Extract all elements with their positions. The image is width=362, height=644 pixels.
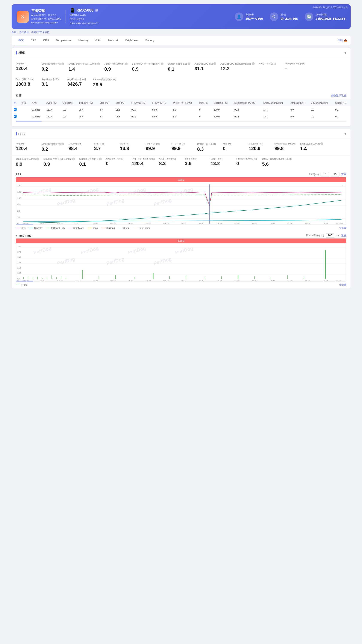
th-smooth: Smooth() xyxy=(61,100,77,106)
frametime-scrollbar[interactable] xyxy=(16,280,346,282)
data-source-label: 数据由PerfDog(11.1.25010)版本收集 xyxy=(313,6,348,9)
tab-brightness[interactable]: Brightness xyxy=(122,36,142,45)
frametime-chart-title: Frame Time xyxy=(16,234,31,237)
metric-send: Send [KB/10min] 1803.8 xyxy=(16,77,42,90)
fps-varfps: Var(FPS) 13.8 xyxy=(120,142,146,154)
frametime-threshold-input[interactable] xyxy=(326,233,334,238)
frametime-chart-title-row: Frame Time FrameTime(>=) ms 重置 xyxy=(16,233,346,238)
fps-dropfps: Drop(FPS) [/小时] 8.3 xyxy=(197,142,223,154)
svg-rect-64 xyxy=(169,276,170,279)
svg-rect-59 xyxy=(82,270,83,279)
note-bar: 备注： 添加备注... 不超过200个字符 xyxy=(11,31,351,34)
export-button[interactable]: 导出 📤 xyxy=(337,38,347,42)
frametime-chart-wrapper: PerfDog PerfDog PerfDog PerfDog PerfDog … xyxy=(16,243,346,282)
fps-chart-wrapper: PerfDog PerfDog PerfDog PerfDog PerfDog … xyxy=(16,182,346,225)
svg-text:153: 153 xyxy=(17,256,20,258)
svg-rect-56 xyxy=(56,278,56,279)
fps-threshold-input-2[interactable] xyxy=(331,172,340,176)
fps-minfps: MinFPS 0 xyxy=(223,142,249,154)
legend-smalljank: SmallJank xyxy=(68,227,84,229)
frametime-chart-controls: FrameTime(>=) ms 重置 xyxy=(306,233,346,238)
header-divider xyxy=(65,10,65,23)
game-meta: Android版本号: 10.2.1.1 Android版本号: 1002010… xyxy=(31,13,61,25)
tab-network[interactable]: Network xyxy=(105,36,122,45)
legend-smooth: Smooth xyxy=(29,227,42,229)
th-1lowfps: 1%Low(FPS) xyxy=(77,100,97,106)
overview-metrics-row2: Send [KB/10min] 1803.8 Avg(Recv) [KB/s] … xyxy=(11,76,351,92)
fps-varftime: Var(FTime) 13.2 xyxy=(211,156,237,170)
tab-battery[interactable]: Battery xyxy=(142,36,157,45)
tab-fps[interactable]: FPS xyxy=(27,36,40,45)
fps-fps18: FPS>=18 [%] 99.9 xyxy=(146,142,171,154)
game-details: 王者荣耀 Android版本号: 10.2.1.1 Android版本号: 10… xyxy=(31,9,61,25)
creator-icon: 👤 xyxy=(235,12,243,21)
fps-collapse-button[interactable]: ▾ xyxy=(345,132,346,136)
duration-stat: ⏱ 时长 0h 21m 36s xyxy=(270,12,298,21)
legend-ftime: FTime xyxy=(16,284,28,286)
svg-text:170: 170 xyxy=(17,251,20,253)
svg-text:134: 134 xyxy=(17,184,21,186)
legend-jank: Jank xyxy=(87,227,98,229)
overview-header: 概览 ▾ xyxy=(11,48,351,58)
row-checkbox[interactable] xyxy=(14,115,16,118)
overview-metrics-row1: AvgFPS 120.4 Smooth(顿帧指数)i 0.2 SmallJank… xyxy=(11,58,351,76)
metric-power: Avg(Power) [mW] 3426.7 xyxy=(67,77,93,90)
svg-rect-55 xyxy=(51,276,52,279)
frametime-show-all-button[interactable]: 全选藏 xyxy=(339,283,346,286)
svg-rect-63 xyxy=(153,273,153,279)
frametime-chart-container: Frame Time FrameTime(>=) ms 重置 label1 Pe… xyxy=(11,232,351,288)
svg-text:73: 73 xyxy=(17,216,20,218)
th-fps18: FPS>=18 [%] xyxy=(129,100,150,106)
svg-text:119: 119 xyxy=(17,267,20,269)
tags-table: 👁 标签 时长 Avg(FPS) Smooth() 1%Low(FPS) Std… xyxy=(11,99,351,120)
th-smalljank: SmallJank(/10min) xyxy=(261,100,288,106)
tab-memory[interactable]: Memory xyxy=(75,36,92,45)
page-wrapper: 数据由PerfDog(11.1.25010)版本收集 ⚔ 王者荣耀 Androi… xyxy=(7,0,355,296)
th-varfps: Var(FPS) xyxy=(113,100,129,106)
fps-reset-button[interactable]: 重置 xyxy=(341,172,346,176)
chart-scrollbar-thumb xyxy=(16,224,33,225)
metric-appcpu: Avg(AppCPU)[%]i 31.1 xyxy=(195,62,221,74)
fps-chart-label-bar: label1 xyxy=(16,177,346,182)
svg-rect-61 xyxy=(115,275,116,279)
metric-peakmem: Peak(Memory)[MB] – xyxy=(285,62,311,74)
overview-collapse-button[interactable]: ▾ xyxy=(345,50,346,55)
row-checkbox[interactable] xyxy=(14,108,16,111)
metric-recv: Avg(Recv) [KB/s] 3.1 xyxy=(42,77,67,90)
fps-medianfps: Median(FPS) 120.9 xyxy=(249,142,275,154)
th-medrange: MedRange(FPS)[%] xyxy=(232,100,261,106)
th-stutter: Stutter [%] xyxy=(333,100,351,106)
table-scroll[interactable]: 👁 标签 时长 Avg(FPS) Smooth() 1%Low(FPS) Std… xyxy=(11,99,351,120)
fps-chart-container: FPS FPS(>=) 重置 label1 PerfDog PerfDog Pe… xyxy=(11,170,351,232)
chart-scrollbar[interactable] xyxy=(16,224,346,225)
th-minfps: MinFPS xyxy=(197,100,211,106)
fps-show-all-button[interactable]: 全选藏 xyxy=(339,226,346,230)
fps-interframe: Avg(InterFrame) 0 xyxy=(106,156,132,170)
svg-text:85: 85 xyxy=(17,277,19,280)
tab-gpu[interactable]: GPU xyxy=(92,36,105,45)
tab-overview[interactable]: 概览 xyxy=(15,36,27,45)
tab-temperature[interactable]: Temperature xyxy=(52,36,75,45)
fps-smooth: Smooth(顿帧指数)i 0.2 xyxy=(42,142,68,154)
duration-info: 时长 0h 21m 36s xyxy=(281,13,298,20)
header-stats: 👤 创建者 193****7860 ⏱ 时长 0h 21m 36s 🔄 上传时间… xyxy=(117,12,346,21)
fps-threshold-input-1[interactable] xyxy=(321,172,329,176)
svg-rect-60 xyxy=(98,276,99,279)
svg-rect-53 xyxy=(42,278,42,279)
th-avgfps: Avg(FPS) xyxy=(44,100,61,106)
tag-settings-link[interactable]: 参数显示设置 xyxy=(331,94,346,98)
svg-rect-50 xyxy=(28,276,28,279)
note-text[interactable]: 添加备注... xyxy=(19,31,31,34)
game-info: ⚔ 王者荣耀 Android版本号: 10.2.1.1 Android版本号: … xyxy=(17,9,61,25)
svg-rect-67 xyxy=(221,276,221,279)
fps-ftime100: FTime>=100ms [%] 0 xyxy=(237,156,262,170)
tags-label: 标签 xyxy=(16,94,21,98)
frametime-reset-button[interactable]: 重置 xyxy=(341,234,346,238)
fps-avgfps: AvgFPS 120.4 xyxy=(16,142,42,154)
device-info: 📱 RMX5080 ⓘ Memory: 15.1G CPU: mt6899 GP… xyxy=(70,8,113,26)
svg-rect-52 xyxy=(37,277,37,279)
frametime-chart-label-bar: label1 xyxy=(16,238,346,243)
tab-cpu[interactable]: CPU xyxy=(40,36,52,45)
upload-icon: 🔄 xyxy=(305,12,313,21)
fps-chart-title-row: FPS FPS(>=) 重置 xyxy=(16,172,346,176)
